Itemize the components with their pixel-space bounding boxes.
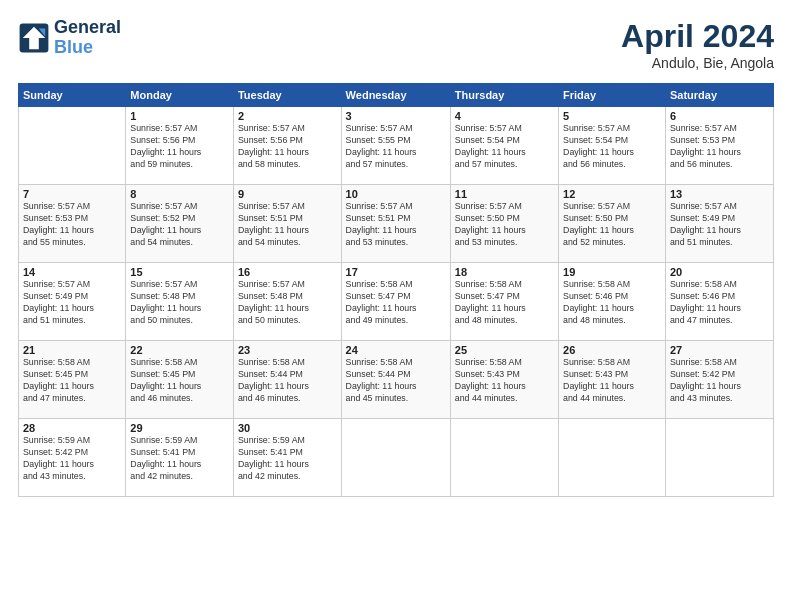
day-info: Sunrise: 5:58 AM Sunset: 5:47 PM Dayligh… — [346, 279, 446, 327]
day-info: Sunrise: 5:57 AM Sunset: 5:49 PM Dayligh… — [23, 279, 121, 327]
day-number: 26 — [563, 344, 661, 356]
day-cell: 27Sunrise: 5:58 AM Sunset: 5:42 PM Dayli… — [665, 341, 773, 419]
day-number: 21 — [23, 344, 121, 356]
day-cell: 13Sunrise: 5:57 AM Sunset: 5:49 PM Dayli… — [665, 185, 773, 263]
day-number: 1 — [130, 110, 229, 122]
day-cell — [665, 419, 773, 497]
header: General Blue April 2024 Andulo, Bie, Ang… — [18, 18, 774, 71]
day-cell: 29Sunrise: 5:59 AM Sunset: 5:41 PM Dayli… — [126, 419, 234, 497]
day-number: 7 — [23, 188, 121, 200]
day-number: 4 — [455, 110, 554, 122]
day-info: Sunrise: 5:57 AM Sunset: 5:56 PM Dayligh… — [130, 123, 229, 171]
day-number: 28 — [23, 422, 121, 434]
day-info: Sunrise: 5:59 AM Sunset: 5:41 PM Dayligh… — [130, 435, 229, 483]
day-number: 9 — [238, 188, 337, 200]
day-info: Sunrise: 5:57 AM Sunset: 5:48 PM Dayligh… — [130, 279, 229, 327]
day-info: Sunrise: 5:57 AM Sunset: 5:54 PM Dayligh… — [455, 123, 554, 171]
day-cell: 2Sunrise: 5:57 AM Sunset: 5:56 PM Daylig… — [233, 107, 341, 185]
day-cell — [19, 107, 126, 185]
day-number: 16 — [238, 266, 337, 278]
day-cell: 3Sunrise: 5:57 AM Sunset: 5:55 PM Daylig… — [341, 107, 450, 185]
day-cell: 12Sunrise: 5:57 AM Sunset: 5:50 PM Dayli… — [559, 185, 666, 263]
day-number: 22 — [130, 344, 229, 356]
day-number: 15 — [130, 266, 229, 278]
logo-text: General Blue — [54, 18, 121, 58]
day-info: Sunrise: 5:57 AM Sunset: 5:52 PM Dayligh… — [130, 201, 229, 249]
col-friday: Friday — [559, 84, 666, 107]
day-number: 8 — [130, 188, 229, 200]
day-info: Sunrise: 5:58 AM Sunset: 5:44 PM Dayligh… — [238, 357, 337, 405]
location: Andulo, Bie, Angola — [621, 55, 774, 71]
day-number: 2 — [238, 110, 337, 122]
day-number: 10 — [346, 188, 446, 200]
day-cell: 11Sunrise: 5:57 AM Sunset: 5:50 PM Dayli… — [450, 185, 558, 263]
day-cell: 4Sunrise: 5:57 AM Sunset: 5:54 PM Daylig… — [450, 107, 558, 185]
col-wednesday: Wednesday — [341, 84, 450, 107]
day-number: 14 — [23, 266, 121, 278]
month-title: April 2024 — [621, 18, 774, 55]
title-block: April 2024 Andulo, Bie, Angola — [621, 18, 774, 71]
table-header: Sunday Monday Tuesday Wednesday Thursday… — [19, 84, 774, 107]
day-number: 23 — [238, 344, 337, 356]
day-cell — [559, 419, 666, 497]
day-cell: 20Sunrise: 5:58 AM Sunset: 5:46 PM Dayli… — [665, 263, 773, 341]
day-info: Sunrise: 5:57 AM Sunset: 5:54 PM Dayligh… — [563, 123, 661, 171]
day-info: Sunrise: 5:58 AM Sunset: 5:43 PM Dayligh… — [563, 357, 661, 405]
day-cell: 17Sunrise: 5:58 AM Sunset: 5:47 PM Dayli… — [341, 263, 450, 341]
calendar-body: 1Sunrise: 5:57 AM Sunset: 5:56 PM Daylig… — [19, 107, 774, 497]
day-cell: 19Sunrise: 5:58 AM Sunset: 5:46 PM Dayli… — [559, 263, 666, 341]
day-cell: 5Sunrise: 5:57 AM Sunset: 5:54 PM Daylig… — [559, 107, 666, 185]
day-info: Sunrise: 5:58 AM Sunset: 5:45 PM Dayligh… — [23, 357, 121, 405]
day-cell — [341, 419, 450, 497]
day-cell — [450, 419, 558, 497]
day-cell: 22Sunrise: 5:58 AM Sunset: 5:45 PM Dayli… — [126, 341, 234, 419]
day-number: 27 — [670, 344, 769, 356]
day-cell: 10Sunrise: 5:57 AM Sunset: 5:51 PM Dayli… — [341, 185, 450, 263]
day-info: Sunrise: 5:57 AM Sunset: 5:53 PM Dayligh… — [670, 123, 769, 171]
day-number: 20 — [670, 266, 769, 278]
day-cell: 18Sunrise: 5:58 AM Sunset: 5:47 PM Dayli… — [450, 263, 558, 341]
day-number: 24 — [346, 344, 446, 356]
day-number: 29 — [130, 422, 229, 434]
week-row-1: 1Sunrise: 5:57 AM Sunset: 5:56 PM Daylig… — [19, 107, 774, 185]
day-number: 6 — [670, 110, 769, 122]
col-saturday: Saturday — [665, 84, 773, 107]
page: General Blue April 2024 Andulo, Bie, Ang… — [0, 0, 792, 507]
day-info: Sunrise: 5:57 AM Sunset: 5:55 PM Dayligh… — [346, 123, 446, 171]
day-cell: 16Sunrise: 5:57 AM Sunset: 5:48 PM Dayli… — [233, 263, 341, 341]
day-cell: 8Sunrise: 5:57 AM Sunset: 5:52 PM Daylig… — [126, 185, 234, 263]
header-row: Sunday Monday Tuesday Wednesday Thursday… — [19, 84, 774, 107]
day-info: Sunrise: 5:58 AM Sunset: 5:44 PM Dayligh… — [346, 357, 446, 405]
day-info: Sunrise: 5:57 AM Sunset: 5:53 PM Dayligh… — [23, 201, 121, 249]
day-number: 12 — [563, 188, 661, 200]
day-info: Sunrise: 5:58 AM Sunset: 5:43 PM Dayligh… — [455, 357, 554, 405]
calendar-table: Sunday Monday Tuesday Wednesday Thursday… — [18, 83, 774, 497]
col-thursday: Thursday — [450, 84, 558, 107]
day-cell: 25Sunrise: 5:58 AM Sunset: 5:43 PM Dayli… — [450, 341, 558, 419]
day-info: Sunrise: 5:58 AM Sunset: 5:46 PM Dayligh… — [670, 279, 769, 327]
day-info: Sunrise: 5:57 AM Sunset: 5:49 PM Dayligh… — [670, 201, 769, 249]
week-row-3: 14Sunrise: 5:57 AM Sunset: 5:49 PM Dayli… — [19, 263, 774, 341]
week-row-2: 7Sunrise: 5:57 AM Sunset: 5:53 PM Daylig… — [19, 185, 774, 263]
day-number: 18 — [455, 266, 554, 278]
day-number: 13 — [670, 188, 769, 200]
col-tuesday: Tuesday — [233, 84, 341, 107]
logo-line1: General — [54, 18, 121, 38]
day-cell: 9Sunrise: 5:57 AM Sunset: 5:51 PM Daylig… — [233, 185, 341, 263]
day-cell: 21Sunrise: 5:58 AM Sunset: 5:45 PM Dayli… — [19, 341, 126, 419]
logo-icon — [18, 22, 50, 54]
day-number: 5 — [563, 110, 661, 122]
day-number: 30 — [238, 422, 337, 434]
day-info: Sunrise: 5:57 AM Sunset: 5:51 PM Dayligh… — [238, 201, 337, 249]
day-cell: 30Sunrise: 5:59 AM Sunset: 5:41 PM Dayli… — [233, 419, 341, 497]
day-cell: 15Sunrise: 5:57 AM Sunset: 5:48 PM Dayli… — [126, 263, 234, 341]
day-number: 25 — [455, 344, 554, 356]
day-info: Sunrise: 5:58 AM Sunset: 5:42 PM Dayligh… — [670, 357, 769, 405]
day-number: 3 — [346, 110, 446, 122]
day-cell: 6Sunrise: 5:57 AM Sunset: 5:53 PM Daylig… — [665, 107, 773, 185]
day-cell: 1Sunrise: 5:57 AM Sunset: 5:56 PM Daylig… — [126, 107, 234, 185]
day-info: Sunrise: 5:57 AM Sunset: 5:56 PM Dayligh… — [238, 123, 337, 171]
day-info: Sunrise: 5:58 AM Sunset: 5:45 PM Dayligh… — [130, 357, 229, 405]
day-cell: 28Sunrise: 5:59 AM Sunset: 5:42 PM Dayli… — [19, 419, 126, 497]
day-cell: 24Sunrise: 5:58 AM Sunset: 5:44 PM Dayli… — [341, 341, 450, 419]
